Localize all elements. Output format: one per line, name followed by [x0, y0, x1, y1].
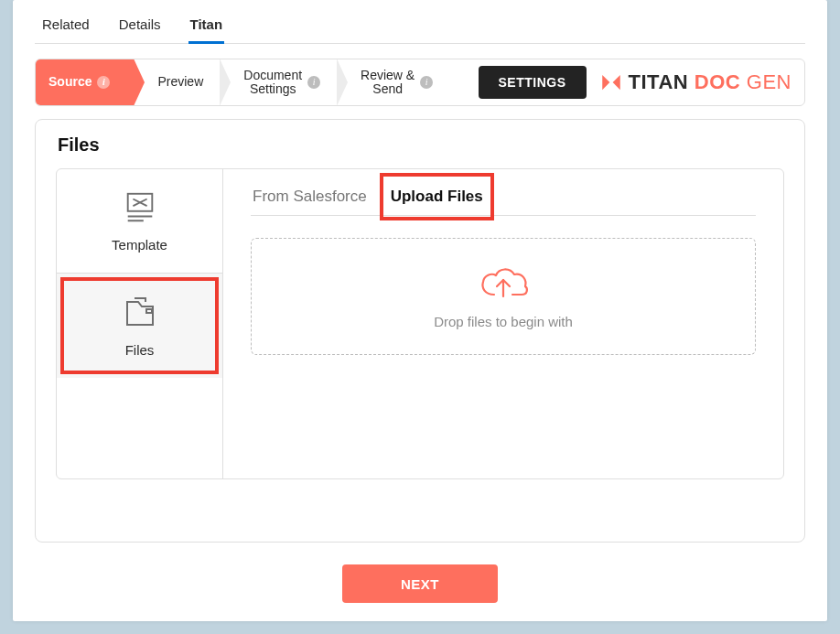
- brand-gen: GEN: [747, 70, 792, 93]
- brand-text: TITAN DOC GEN: [629, 70, 792, 94]
- chevron-icon: [134, 59, 145, 106]
- sidebar-item-files[interactable]: Files: [57, 274, 222, 378]
- step-preview-label: Preview: [157, 75, 203, 89]
- titan-logo-icon: [599, 70, 623, 94]
- step-document-settings[interactable]: Document Settings i: [231, 59, 337, 105]
- sidebar-item-template[interactable]: Template: [57, 169, 222, 274]
- chevron-icon: [220, 59, 231, 106]
- info-icon: i: [97, 76, 110, 89]
- brand-logo: TITAN DOC GEN: [599, 70, 804, 94]
- panel-title: Files: [58, 134, 784, 156]
- step-review-send[interactable]: Review & Send i: [348, 59, 449, 105]
- source-sidebar: Template Files: [57, 169, 223, 478]
- brand-titan: TITAN: [629, 70, 689, 93]
- step-review-label: Review & Send: [361, 69, 415, 97]
- tab-related[interactable]: Related: [40, 7, 92, 43]
- wizard-steps: Source i Preview Document Settings i Rev…: [35, 59, 805, 106]
- brand-doc: DOC: [695, 70, 740, 93]
- cloud-upload-icon: [476, 263, 531, 306]
- sidebar-item-label: Template: [112, 237, 167, 253]
- file-dropzone[interactable]: Drop files to begin with: [251, 238, 756, 355]
- subtab-upload-files[interactable]: Upload Files: [389, 178, 485, 215]
- dropzone-text: Drop files to begin with: [434, 314, 573, 329]
- settings-button[interactable]: SETTINGS: [479, 66, 587, 99]
- step-source[interactable]: Source i: [36, 59, 134, 105]
- info-icon: i: [307, 76, 320, 89]
- step-preview[interactable]: Preview: [145, 59, 220, 105]
- subtab-from-salesforce[interactable]: From Salesforce: [251, 178, 369, 215]
- step-doc-settings-label: Document Settings: [243, 69, 302, 97]
- info-icon: i: [420, 76, 433, 89]
- step-source-label: Source: [48, 75, 92, 89]
- highlight-box: [60, 277, 219, 374]
- tab-details[interactable]: Details: [117, 7, 163, 43]
- chevron-icon: [337, 59, 348, 106]
- template-icon: [123, 190, 157, 228]
- tab-titan[interactable]: Titan: [188, 7, 225, 43]
- next-button[interactable]: NEXT: [342, 564, 498, 603]
